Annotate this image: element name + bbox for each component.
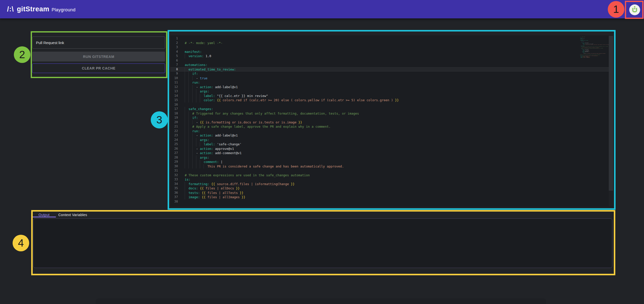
- editor-code-lines[interactable]: 12# -*- mode: yaml -*-34manifest:5 versi…: [170, 36, 613, 204]
- run-gitstream-button[interactable]: RUN GITSTREAM: [32, 52, 165, 61]
- yaml-code-editor[interactable]: 12# -*- mode: yaml -*-34manifest:5 versi…: [170, 35, 613, 207]
- code-line[interactable]: 19 if:: [170, 116, 613, 120]
- code-line[interactable]: 25 label: 'safe-change': [170, 142, 613, 147]
- line-number: 17: [170, 107, 178, 111]
- line-number: 14: [170, 94, 178, 98]
- line-number: 27: [170, 151, 178, 155]
- bottom-strip: [96, 298, 546, 304]
- code-line[interactable]: 32# These custom expressions are used in…: [170, 173, 613, 178]
- code-line[interactable]: 5 version: 1.0: [170, 54, 613, 58]
- code-line[interactable]: 28 args:: [170, 155, 613, 160]
- code-text: # -*- mode: yaml -*-: [185, 41, 223, 45]
- github-avatar-icon: [629, 4, 640, 15]
- code-line[interactable]: 2# -*- mode: yaml -*-: [170, 41, 613, 45]
- line-number: 22: [170, 129, 178, 133]
- line-number: 19: [170, 116, 178, 120]
- line-number: 32: [170, 173, 178, 178]
- gitstream-playground-app: { "header": { "logo_slashes": "/:\\", "l…: [0, 0, 644, 304]
- code-text: automations:: [185, 63, 207, 67]
- code-line[interactable]: 11 run:: [170, 80, 613, 85]
- annotation-circle-4: 4: [13, 235, 29, 251]
- annotation-circle-3: 3: [151, 111, 168, 128]
- code-text: comment: |: [185, 160, 223, 164]
- code-text: run:: [185, 129, 200, 133]
- line-number: 7: [170, 63, 178, 67]
- code-line[interactable]: 13 args:: [170, 89, 613, 94]
- code-line[interactable]: 12 - action: add-label@v1: [170, 85, 613, 89]
- code-line[interactable]: 20 - {{ is.formatting or is.docs or is.t…: [170, 120, 613, 125]
- code-line[interactable]: 33is:: [170, 177, 613, 182]
- code-text: safe_changes:: [185, 107, 213, 111]
- code-text: - action: add-comment@v1: [185, 151, 242, 155]
- code-line[interactable]: 37 image: {{ files | allImages }}: [170, 195, 613, 199]
- code-line[interactable]: 29 comment: |: [170, 160, 613, 164]
- code-line[interactable]: 27 - action: add-comment@v1: [170, 151, 613, 155]
- line-number: 33: [170, 177, 178, 182]
- code-line[interactable]: 6: [170, 58, 613, 63]
- line-number: 29: [170, 160, 178, 164]
- code-line[interactable]: 10 - true: [170, 76, 613, 81]
- code-line[interactable]: 14 label: "{{ calc.etr }} min review": [170, 94, 613, 98]
- code-line[interactable]: 4manifest:: [170, 50, 613, 54]
- code-text: estimated_time_to_review:: [185, 67, 236, 72]
- code-line[interactable]: 9 if:: [170, 72, 613, 76]
- code-text: args:: [185, 138, 209, 142]
- line-number: 31: [170, 168, 178, 173]
- code-text: version: 1.0: [185, 54, 211, 58]
- scrollbar-thumb[interactable]: [609, 36, 613, 191]
- logo-brand-text: gitStream: [17, 5, 49, 13]
- line-number: 15: [170, 98, 178, 103]
- code-text: - true: [185, 76, 207, 81]
- line-number: 8: [170, 67, 178, 72]
- clear-pr-cache-button[interactable]: CLEAR PR CACHE: [32, 63, 165, 73]
- code-text: # Triggered for any changes that only af…: [185, 111, 359, 116]
- code-line[interactable]: 22 run:: [170, 129, 613, 133]
- tab-context-variables[interactable]: Context Variables: [56, 212, 90, 218]
- code-line[interactable]: 34 formatting: {{ source.diff.files | is…: [170, 182, 613, 186]
- code-text: is:: [185, 177, 191, 182]
- code-line[interactable]: 3: [170, 45, 613, 50]
- code-line[interactable]: 23 - action: add-label@v1: [170, 133, 613, 138]
- line-number: 25: [170, 142, 178, 147]
- line-number: 6: [170, 58, 178, 63]
- annotation-circle-2: 2: [14, 46, 30, 63]
- code-line[interactable]: 21 # Apply a safe change label, approve …: [170, 124, 613, 129]
- output-content-area: [33, 218, 612, 268]
- code-line[interactable]: 18 # Triggered for any changes that only…: [170, 111, 613, 116]
- line-number: 18: [170, 111, 178, 116]
- line-number: 11: [170, 80, 178, 85]
- code-line[interactable]: 7automations:: [170, 63, 613, 67]
- github-avatar-button[interactable]: [629, 4, 640, 15]
- code-line[interactable]: 36 tests: {{ files | allTests }}: [170, 191, 613, 195]
- logo-suffix-text: Playground: [52, 7, 75, 13]
- line-number: 24: [170, 138, 178, 142]
- code-line[interactable]: 31: [170, 168, 613, 173]
- code-text: This PR is considered a safe change and …: [185, 164, 344, 169]
- code-line[interactable]: 35 docs: {{ files | allDocs }}: [170, 186, 613, 191]
- editor-minimap[interactable]: # -*- mode: yaml -*-manifest: version: 1…: [580, 36, 609, 69]
- line-number: 12: [170, 85, 178, 89]
- line-number: 20: [170, 120, 178, 125]
- line-number: 35: [170, 186, 178, 191]
- code-line[interactable]: 26 - action: approve@v1: [170, 147, 613, 151]
- code-text: label: "{{ calc.etr }} min review": [185, 94, 268, 98]
- code-text: - {{ is.formatting or is.docs or is.test…: [185, 120, 302, 125]
- code-line[interactable]: 30 This PR is considered a safe change a…: [170, 164, 613, 169]
- editor-vertical-scrollbar[interactable]: [609, 36, 613, 206]
- pull-request-link-input[interactable]: [32, 37, 165, 49]
- line-number: 13: [170, 89, 178, 94]
- code-text: # Apply a safe change label, approve the…: [185, 124, 330, 129]
- line-number: 34: [170, 182, 178, 186]
- code-line[interactable]: 15 color: {{ colors.red if (calc.etr >= …: [170, 98, 613, 103]
- app-logo: /:\ gitStream Playground: [7, 5, 75, 13]
- code-text: label: 'safe-change': [185, 142, 242, 147]
- code-line[interactable]: 17 safe_changes:: [170, 107, 613, 111]
- code-line[interactable]: 8 estimated_time_to_review:: [170, 67, 613, 72]
- code-line[interactable]: 1: [170, 36, 613, 41]
- code-line[interactable]: 38: [170, 199, 613, 204]
- code-text: manifest:: [185, 50, 202, 54]
- line-number: 21: [170, 124, 178, 129]
- code-line[interactable]: 16: [170, 103, 613, 107]
- code-text: tests: {{ files | allTests }}: [185, 191, 243, 195]
- code-line[interactable]: 24 args:: [170, 138, 613, 142]
